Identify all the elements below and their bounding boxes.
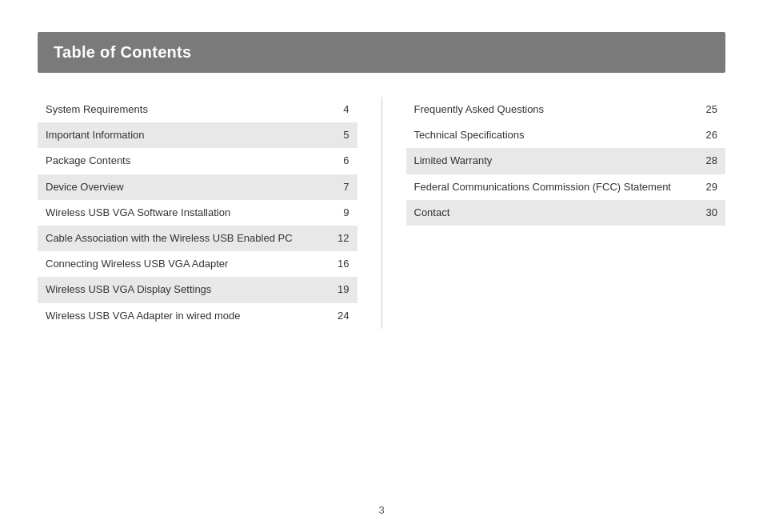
toc-item[interactable]: Important Information5 — [38, 122, 358, 148]
toc-item-title: Federal Communications Commission (FCC) … — [414, 180, 706, 194]
header-bar: Table of Contents — [38, 32, 725, 73]
toc-item[interactable]: Device Overview7 — [38, 174, 358, 200]
toc-item-page: 24 — [338, 309, 349, 323]
toc-item[interactable]: Limited Warranty28 — [406, 148, 726, 174]
toc-item-page: 9 — [343, 206, 349, 220]
toc-item-page: 12 — [338, 231, 349, 246]
toc-item[interactable]: Package Contents6 — [38, 148, 358, 174]
toc-container: System Requirements4Important Informatio… — [38, 97, 725, 329]
toc-item-page: 28 — [706, 154, 717, 168]
toc-item-title: Wireless USB VGA Software Installation — [46, 206, 343, 220]
right-column: Frequently Asked Questions25Technical Sp… — [406, 97, 726, 329]
toc-item-page: 30 — [706, 206, 717, 220]
toc-item-page: 29 — [706, 180, 717, 194]
toc-item[interactable]: Wireless USB VGA Display Settings19 — [38, 277, 358, 302]
toc-item-title: Frequently Asked Questions — [414, 102, 706, 117]
toc-item-page: 5 — [343, 128, 349, 142]
column-divider — [382, 97, 382, 329]
toc-item-page: 19 — [338, 282, 349, 297]
toc-item-title: Limited Warranty — [414, 154, 706, 168]
toc-item[interactable]: Wireless USB VGA Adapter in wired mode24 — [38, 303, 358, 329]
toc-item-page: 6 — [343, 154, 349, 168]
toc-item-title: Cable Association with the Wireless USB … — [46, 231, 338, 246]
toc-item-title: Package Contents — [46, 154, 343, 168]
toc-item-page: 26 — [706, 128, 717, 142]
toc-item-title: Contact — [414, 206, 706, 220]
toc-item-title: Connecting Wireless USB VGA Adapter — [46, 257, 338, 271]
left-column: System Requirements4Important Informatio… — [38, 97, 358, 329]
toc-item-title: Technical Specifications — [414, 128, 706, 142]
toc-item[interactable]: Cable Association with the Wireless USB … — [38, 226, 358, 251]
toc-item-page: 16 — [338, 257, 349, 271]
toc-item-title: System Requirements — [46, 102, 343, 117]
toc-item[interactable]: Connecting Wireless USB VGA Adapter16 — [38, 251, 358, 277]
toc-item-page: 7 — [343, 180, 349, 194]
toc-item[interactable]: Contact30 — [406, 200, 726, 226]
toc-item-title: Device Overview — [46, 180, 343, 194]
toc-item-page: 25 — [706, 102, 717, 117]
page-number: 3 — [378, 504, 384, 516]
toc-item[interactable]: Wireless USB VGA Software Installation9 — [38, 200, 358, 226]
toc-item-page: 4 — [343, 102, 349, 117]
toc-item[interactable]: Federal Communications Commission (FCC) … — [406, 174, 726, 200]
toc-item[interactable]: Technical Specifications26 — [406, 122, 726, 148]
toc-item[interactable]: Frequently Asked Questions25 — [406, 97, 726, 122]
page: Table of Contents System Requirements4Im… — [0, 0, 763, 532]
toc-item[interactable]: System Requirements4 — [38, 97, 358, 122]
toc-item-title: Important Information — [46, 128, 343, 142]
toc-item-title: Wireless USB VGA Adapter in wired mode — [46, 309, 338, 323]
toc-item-title: Wireless USB VGA Display Settings — [46, 282, 338, 297]
page-title: Table of Contents — [54, 43, 709, 62]
